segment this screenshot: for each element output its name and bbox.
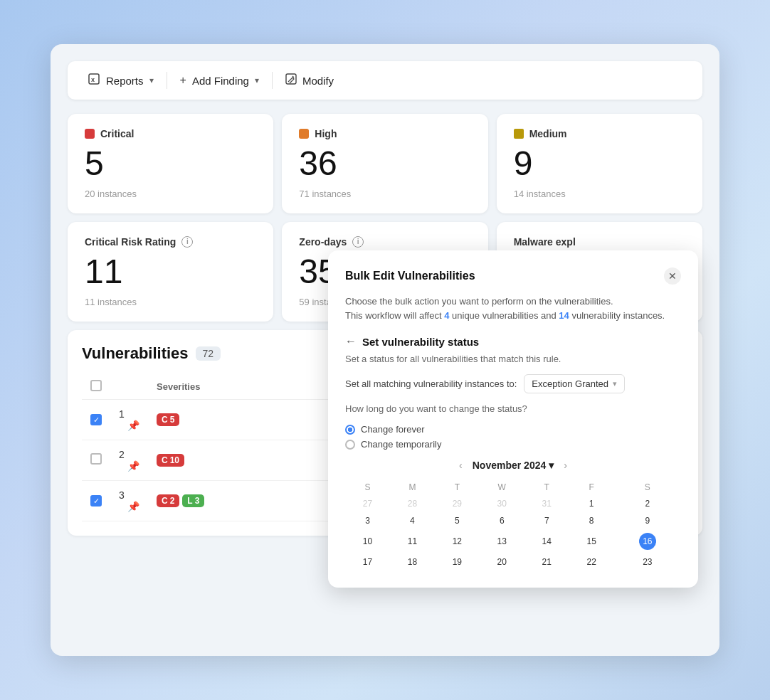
cal-day-today[interactable]: 16 (614, 529, 681, 553)
cal-day[interactable]: 19 (435, 553, 480, 571)
cal-day[interactable]: 30 (480, 495, 524, 512)
row-3-number: 3 (119, 489, 125, 501)
critical-dot (85, 129, 95, 139)
cal-header-s2: S (614, 479, 681, 495)
cal-day[interactable]: 3 (345, 512, 390, 529)
stat-label-high: High (299, 128, 470, 139)
cal-header-s: S (345, 479, 390, 495)
modal-status-select[interactable]: Exception Granted ▾ (524, 374, 625, 393)
high-dot (299, 129, 309, 139)
toolbar: x Reports ▾ + Add Finding ▾ Modify (68, 61, 702, 100)
cal-day[interactable]: 2 (614, 495, 681, 512)
cal-day[interactable]: 20 (480, 553, 524, 571)
row-2-number: 2 (119, 449, 125, 460)
row-2-pin-icon[interactable]: 📌 (127, 460, 139, 472)
cal-day[interactable]: 28 (390, 495, 435, 512)
select-all-checkbox[interactable] (90, 380, 102, 391)
cal-day[interactable]: 21 (524, 553, 569, 571)
cal-header-t2: T (524, 479, 569, 495)
cal-day[interactable]: 18 (390, 553, 435, 571)
cal-day[interactable]: 6 (480, 512, 524, 529)
row-3-badge-c: C 2 (157, 494, 179, 507)
modal-title: Bulk Edit Vulnerabilities (345, 270, 475, 282)
cal-day[interactable]: 31 (524, 495, 569, 512)
reports-button[interactable]: x Reports ▾ (79, 68, 162, 92)
row-2-checkbox[interactable] (90, 453, 102, 465)
modal-count2: 14 (559, 310, 569, 321)
cal-day[interactable]: 5 (435, 512, 480, 529)
row-1-number: 1 (119, 408, 125, 420)
stat-instances-medium: 14 instances (514, 189, 685, 199)
modal-duration-label: How long do you want to change the statu… (345, 403, 681, 414)
cal-day[interactable]: 22 (569, 553, 614, 571)
cal-header-m: M (390, 479, 435, 495)
calendar-prev-button[interactable]: ‹ (455, 458, 467, 472)
cal-day[interactable]: 1 (569, 495, 614, 512)
cal-day[interactable]: 11 (390, 529, 435, 553)
cal-day[interactable]: 10 (345, 529, 390, 553)
cal-day[interactable]: 12 (435, 529, 480, 553)
row-3-badge-l: L 3 (182, 494, 204, 507)
back-arrow-icon[interactable]: ← (345, 335, 357, 348)
stat-card-critical-risk: Critical Risk Rating i 11 11 instances (68, 222, 273, 322)
modal-set-row: Set all matching vulnerability instances… (345, 374, 681, 393)
cal-day[interactable]: 29 (435, 495, 480, 512)
stat-instances-critical-risk: 11 instances (85, 297, 256, 307)
cal-day[interactable]: 7 (524, 512, 569, 529)
row-1-pin-icon[interactable]: 📌 (127, 420, 139, 431)
calendar-next-button[interactable]: › (559, 458, 571, 472)
cal-week-2: 3 4 5 6 7 8 9 (345, 512, 681, 529)
modal-close-button[interactable]: ✕ (664, 267, 681, 285)
reports-label: Reports (106, 75, 144, 87)
row-1-badge-c: C 5 (157, 413, 179, 426)
stat-number-critical: 5 (85, 145, 256, 183)
cal-day[interactable]: 23 (614, 553, 681, 571)
modal-section-title: ← Set vulnerability status (345, 335, 681, 348)
stat-label-zero-days: Zero-days i (299, 236, 470, 248)
cal-day[interactable]: 15 (569, 529, 614, 553)
stat-number-critical-risk: 11 (85, 253, 256, 291)
row-2-badge-c: C 10 (157, 454, 184, 467)
bulk-edit-modal: Bulk Edit Vulnerabilities ✕ Choose the b… (328, 250, 698, 588)
radio-group: Change forever Change temporarily (345, 424, 681, 450)
row-3-pin-icon[interactable]: 📌 (127, 501, 139, 512)
cal-day[interactable]: 27 (345, 495, 390, 512)
stat-instances-critical: 20 instances (85, 189, 256, 199)
toolbar-separator-2 (272, 72, 273, 89)
cal-day[interactable]: 9 (614, 512, 681, 529)
critical-risk-info-icon[interactable]: i (181, 236, 193, 248)
modify-label: Modify (302, 75, 334, 87)
add-finding-button[interactable]: + Add Finding ▾ (172, 70, 268, 91)
main-container: x Reports ▾ + Add Finding ▾ Modify (51, 44, 719, 656)
cal-week-1: 27 28 29 30 31 1 2 (345, 495, 681, 512)
cal-week-3: 10 11 12 13 14 15 16 (345, 529, 681, 553)
cal-day[interactable]: 14 (524, 529, 569, 553)
stat-number-high: 36 (299, 145, 470, 183)
stat-label-critical-risk: Critical Risk Rating i (85, 236, 256, 248)
add-finding-chevron-icon: ▾ (255, 75, 259, 85)
stats-row-1: Critical 5 20 instances High 36 71 insta… (68, 114, 702, 213)
toolbar-separator-1 (167, 72, 167, 89)
zero-days-info-icon[interactable]: i (352, 236, 364, 248)
svg-text:x: x (91, 76, 95, 83)
stat-card-critical: Critical 5 20 instances (68, 114, 273, 213)
stat-label-malware: Malware expl (514, 236, 685, 248)
modal-header: Bulk Edit Vulnerabilities ✕ (345, 267, 681, 285)
radio-temporarily[interactable]: Change temporarily (345, 439, 681, 450)
calendar-header: ‹ November 2024 ▾ › (345, 458, 681, 472)
modal-description: Choose the bulk action you want to perfo… (345, 295, 681, 322)
radio-forever[interactable]: Change forever (345, 424, 681, 435)
stat-label-medium: Medium (514, 128, 685, 139)
cal-header-t1: T (435, 479, 480, 495)
cal-day[interactable]: 8 (569, 512, 614, 529)
cal-day[interactable]: 4 (390, 512, 435, 529)
row-1-checkbox[interactable] (90, 414, 102, 425)
select-chevron-icon: ▾ (613, 379, 617, 388)
radio-temporarily-circle (345, 440, 355, 450)
modal-section-sub: Set a status for all vulnerabilities tha… (345, 354, 681, 364)
cal-day[interactable]: 17 (345, 553, 390, 571)
row-3-checkbox[interactable] (90, 495, 102, 507)
modify-button[interactable]: Modify (277, 69, 342, 92)
cal-day[interactable]: 13 (480, 529, 524, 553)
calendar-month-chevron-icon[interactable]: ▾ (549, 460, 554, 471)
